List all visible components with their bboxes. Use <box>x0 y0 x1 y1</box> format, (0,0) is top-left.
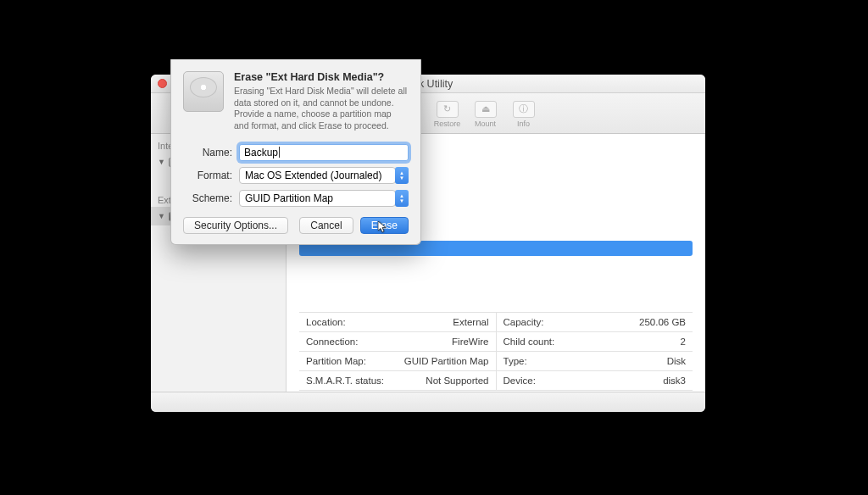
erase-button[interactable]: Erase <box>360 217 409 234</box>
security-options-button[interactable]: Security Options... <box>183 217 288 234</box>
name-input[interactable]: Backup <box>239 144 409 161</box>
scheme-label: Scheme: <box>183 192 232 204</box>
status-bar <box>151 392 705 412</box>
table-row: Partition Map:GUID Partition Map Type:Di… <box>299 352 693 371</box>
hard-disk-icon <box>183 71 224 112</box>
cursor-icon <box>378 221 387 233</box>
disclosure-triangle-icon[interactable]: ▼ <box>158 212 164 220</box>
table-row: Location:External Capacity:250.06 GB <box>299 313 693 332</box>
erase-sheet: Erase "Ext Hard Disk Media"? Erasing "Ex… <box>170 59 421 245</box>
sheet-heading: Erase "Ext Hard Disk Media"? <box>234 71 409 83</box>
cancel-button[interactable]: Cancel <box>299 217 353 234</box>
mount-icon: ⏏ <box>475 101 497 118</box>
toolbar-info[interactable]: ⓘInfo <box>506 101 542 128</box>
scheme-select[interactable]: GUID Partition Map <box>239 190 396 207</box>
format-label: Format: <box>183 170 232 181</box>
name-label: Name: <box>183 147 232 159</box>
toolbar-restore[interactable]: ↻Restore <box>430 101 465 128</box>
chevron-updown-icon[interactable]: ▲▼ <box>395 167 409 184</box>
table-row: S.M.A.R.T. status:Not Supported Device:d… <box>299 371 693 391</box>
info-icon: ⓘ <box>513 101 535 118</box>
toolbar-mount[interactable]: ⏏Mount <box>468 101 504 128</box>
sheet-description: Erasing "Ext Hard Disk Media" will delet… <box>234 86 409 132</box>
disclosure-triangle-icon[interactable]: ▼ <box>158 158 164 166</box>
table-row: Connection:FireWire Child count:2 <box>299 332 693 352</box>
format-select[interactable]: Mac OS Extended (Journaled) <box>239 167 396 184</box>
info-table: Location:External Capacity:250.06 GB Con… <box>299 312 693 391</box>
chevron-updown-icon[interactable]: ▲▼ <box>395 190 409 207</box>
restore-icon: ↻ <box>437 101 459 118</box>
